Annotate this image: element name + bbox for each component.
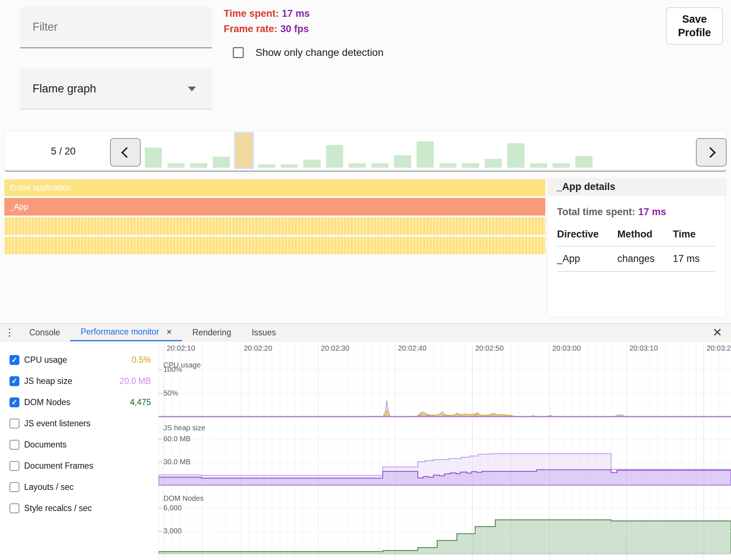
monitor-metric-row: JS heap size20.0 MB <box>0 370 158 392</box>
flame-node-label: _App <box>10 202 28 212</box>
frame-bar-7[interactable] <box>281 164 298 168</box>
h-gridline <box>159 531 731 532</box>
frame-bar-11[interactable] <box>371 163 389 168</box>
kebab-menu-icon[interactable]: ⋮ <box>0 324 19 341</box>
tick-label: 60.0 MB <box>163 435 190 443</box>
series-dom-nodes <box>159 520 731 554</box>
time-spent-label: Time spent: <box>224 8 279 19</box>
time-axis-label: 20:02:50 <box>475 344 504 353</box>
frame-bar-2[interactable] <box>167 163 185 168</box>
col-time: Time <box>673 229 716 246</box>
frame-bar-16[interactable] <box>485 159 502 168</box>
monitor-metric-row: Document Frames <box>0 455 158 476</box>
h-gridline <box>159 393 731 394</box>
angular-devtools-profiler: Time spent:17 ms Frame rate:30 fps Show … <box>0 0 731 560</box>
metric-value: 20.0 MB <box>120 376 151 386</box>
metric-label: Document Frames <box>24 461 93 471</box>
frame-bar-9[interactable] <box>326 145 343 168</box>
frame-bars <box>145 133 592 168</box>
frame-bar-5[interactable] <box>235 133 253 168</box>
time-axis-label: 20:03:10 <box>629 344 658 353</box>
h-gridline <box>159 462 731 462</box>
close-icon[interactable]: × <box>166 326 172 338</box>
frame-bar-4[interactable] <box>213 157 230 168</box>
monitor-metric-row: Documents <box>0 434 158 455</box>
series-cpu-other <box>159 400 731 417</box>
monitor-metric-row: Style recalcs / sec <box>0 498 158 519</box>
time-axis-label: 20:03:2 <box>707 344 731 353</box>
time-axis-label: 20:02:10 <box>167 344 195 353</box>
frame-rate-stat: Frame rate:30 fps <box>224 23 309 35</box>
time-spent-stat: Time spent:17 ms <box>224 8 310 19</box>
tab-console[interactable]: Console <box>19 324 70 341</box>
next-frame-button[interactable] <box>696 138 727 167</box>
frame-bar-6[interactable] <box>258 164 275 168</box>
frame-bar-17[interactable] <box>507 143 524 168</box>
frame-rate-value: 30 fps <box>280 23 309 34</box>
view-mode-value: Flame graph <box>33 82 188 95</box>
tick-dash <box>159 508 162 508</box>
tab-performance-monitor[interactable]: Performance monitor× <box>70 324 182 341</box>
checked-checkbox[interactable] <box>10 355 19 365</box>
col-method: Method <box>617 229 673 246</box>
monitor-metric-row: JS event listeners <box>0 413 158 434</box>
chart-series-svg <box>159 342 731 560</box>
frame-bar-13[interactable] <box>417 141 434 168</box>
frame-bar-15[interactable] <box>462 163 479 168</box>
tick-label: 100% <box>163 365 182 374</box>
previous-frame-button[interactable] <box>110 138 141 167</box>
cell-directive: _App <box>557 246 617 271</box>
unchecked-checkbox[interactable] <box>10 440 19 450</box>
metric-label: CPU usage <box>24 355 67 365</box>
tab-label: Console <box>29 328 60 338</box>
close-icon[interactable]: ✕ <box>704 324 731 341</box>
show-only-change-detection-checkbox[interactable] <box>233 47 244 58</box>
chevron-right-icon <box>705 147 716 158</box>
checked-checkbox[interactable] <box>10 397 19 407</box>
section-label-heap: JS heap size <box>163 424 205 432</box>
checked-checkbox[interactable] <box>10 376 19 386</box>
view-mode-select[interactable]: Flame graph <box>20 69 212 109</box>
unchecked-checkbox[interactable] <box>10 419 19 428</box>
metric-label: JS heap size <box>24 376 72 386</box>
unchecked-checkbox[interactable] <box>10 503 19 513</box>
frame-bar-18[interactable] <box>530 163 547 168</box>
unchecked-checkbox[interactable] <box>10 461 19 471</box>
flame-node-row-4[interactable] <box>4 237 545 254</box>
directive-table: Directive Method Time _App changes 17 ms <box>557 229 716 272</box>
frame-bar-19[interactable] <box>553 163 570 168</box>
frame-bar-20[interactable] <box>575 156 592 168</box>
save-profile-button[interactable]: Save Profile <box>666 7 723 45</box>
details-title: _App details <box>547 178 727 195</box>
frame-bar-14[interactable] <box>439 163 457 168</box>
flame-node-_App[interactable]: _App <box>4 198 545 216</box>
flame-node-row-3[interactable] <box>4 217 545 235</box>
total-time-label: Total time spent: <box>557 206 635 217</box>
section-label-dom: DOM Nodes <box>163 494 204 503</box>
tick-dash <box>159 439 162 439</box>
table-row[interactable]: _App changes 17 ms <box>557 246 716 271</box>
frame-rate-label: Frame rate: <box>224 23 277 34</box>
monitor-metric-row: Layouts / sec <box>0 476 158 498</box>
tick-dash <box>159 462 162 462</box>
frame-bar-3[interactable] <box>190 163 207 168</box>
tick-label: 6,000 <box>163 504 182 512</box>
unchecked-checkbox[interactable] <box>10 482 19 492</box>
tick-label: 30.0 MB <box>163 458 190 466</box>
tab-rendering[interactable]: Rendering <box>182 324 241 341</box>
frame-bar-8[interactable] <box>303 160 321 168</box>
metric-value: 0.5% <box>132 355 151 365</box>
frame-bar-10[interactable] <box>349 163 366 168</box>
frame-bar-12[interactable] <box>394 155 411 168</box>
flame-node-Entire application[interactable]: Entire application <box>4 179 545 196</box>
tab-issues[interactable]: Issues <box>241 324 286 341</box>
tick-label: 3,000 <box>163 527 182 535</box>
chevron-left-icon <box>121 147 132 158</box>
metric-label: DOM Nodes <box>24 397 71 407</box>
performance-monitor-sidebar: CPU usage0.5%JS heap size20.0 MBDOM Node… <box>0 342 159 560</box>
filter-input[interactable] <box>20 7 212 48</box>
frame-bar-1[interactable] <box>145 148 162 168</box>
chevron-down-icon <box>188 87 196 91</box>
metric-label: Style recalcs / sec <box>24 503 92 513</box>
total-time-value: 17 ms <box>638 206 666 217</box>
